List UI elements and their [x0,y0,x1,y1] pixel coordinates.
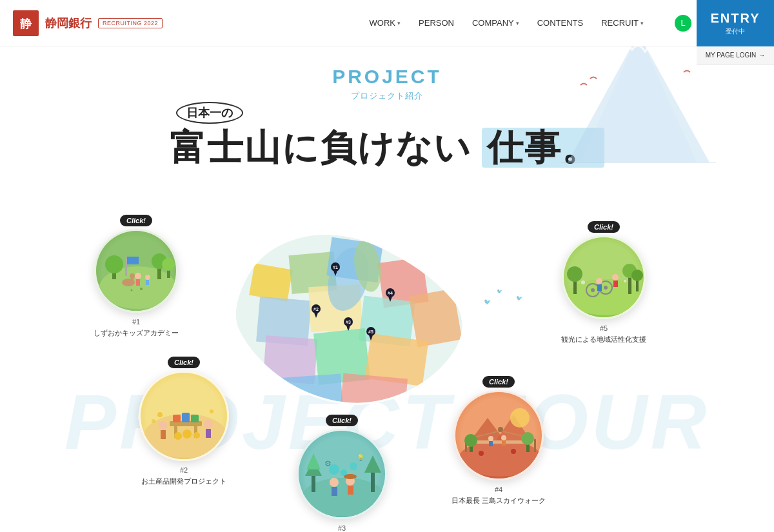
svg-rect-43 [136,279,140,286]
svg-point-99 [521,432,534,445]
svg-rect-18 [276,374,342,411]
svg-rect-74 [371,469,375,492]
svg-point-61 [194,432,200,438]
svg-point-39 [162,258,175,271]
project-label-4: #4 日本最長 三島スカイウォーク [452,484,546,506]
svg-point-48 [130,273,135,279]
svg-point-97 [464,434,477,447]
svg-point-62 [159,421,168,430]
svg-text:#3: #3 [346,320,351,324]
svg-text:静: 静 [20,17,32,30]
svg-point-49 [140,288,143,290]
svg-point-50 [131,290,133,291]
bird-decoration-5: 🐦 [516,295,522,301]
nav-company[interactable]: COMPANY ▾ [472,18,519,28]
svg-rect-120 [597,284,602,291]
nihon-ichi-label: 日本一の [176,102,243,124]
svg-point-108 [567,279,644,315]
project-illustration-2 [139,371,229,461]
project-label-1: #1 しずおかキッズアカデミー [94,317,179,338]
recruiting-badge: RECRUITING 2022 [98,18,163,28]
click-bubble-3: Click! [326,415,358,426]
svg-rect-14 [409,289,462,348]
svg-point-59 [174,432,182,440]
nav-contents[interactable]: CONTENTS [537,18,584,28]
svg-text:#5: #5 [368,330,373,334]
svg-rect-40 [125,257,127,276]
entry-label: ENTRY [710,11,760,26]
svg-rect-19 [341,373,408,411]
svg-point-121 [612,274,619,281]
project-card-2[interactable]: Click! [139,357,229,486]
chevron-down-icon: ▾ [397,20,401,26]
nav-work[interactable]: WORK ▾ [370,18,401,28]
svg-text:💡: 💡 [357,453,365,462]
svg-point-77 [350,462,357,470]
svg-rect-92 [534,439,536,452]
line-icon[interactable]: L [675,15,691,32]
svg-rect-65 [206,429,211,438]
mypage-login[interactable]: MY PAGE LOGIN → [697,46,774,64]
svg-point-42 [135,273,141,279]
project-card-5[interactable]: Click! [561,221,646,344]
project-illustration-5 [562,235,646,319]
nav-recruit[interactable]: RECRUIT ▾ [601,18,644,28]
bank-name: 静岡銀行 [45,15,92,31]
svg-rect-41 [127,257,139,264]
svg-text:#4: #4 [388,291,393,295]
logo-icon: 静 [13,10,39,36]
svg-point-105 [479,451,484,456]
arrow-icon: → [759,52,765,59]
svg-text:#2: #2 [313,307,319,311]
svg-rect-7 [249,263,293,302]
project-illustration-4 [453,390,544,480]
logo[interactable]: 静 静岡銀行 RECRUITING 2022 [13,10,163,36]
click-bubble-2: Click! [168,357,200,368]
svg-point-67 [152,419,155,423]
bird-decoration-4: 🐦 [497,289,502,294]
svg-point-66 [157,412,163,417]
headline-area: 日本一の 富士山に負けない 仕事。 [170,113,604,170]
entry-sub: 受付中 [726,27,745,36]
shizuoka-map: #1 #2 #3 #4 #5 [226,228,471,434]
click-bubble-5: Click! [588,221,620,233]
svg-rect-56 [173,415,181,422]
project-label-3: #3 TECH BEAT Shizuoka [306,523,377,532]
bird-decoration-3: 🐦 [484,299,491,305]
svg-marker-5 [580,46,697,163]
map-area: #1 #2 #3 #4 #5 [0,182,774,532]
click-bubble-4: Click! [482,376,515,388]
svg-point-64 [204,420,213,429]
svg-point-100 [488,436,493,441]
svg-rect-45 [146,280,149,285]
click-bubble-1: Click! [120,215,152,226]
svg-point-35 [105,255,123,273]
svg-rect-80 [332,487,337,496]
svg-rect-122 [613,281,618,287]
project-card-1[interactable]: Click! [94,215,179,338]
svg-point-124 [624,280,626,282]
svg-text:⚙: ⚙ [324,459,332,468]
svg-point-114 [631,270,643,281]
svg-rect-83 [348,486,353,495]
nav-person[interactable]: PERSON [419,18,454,28]
svg-point-95 [498,427,503,432]
project-illustration-1 [94,229,178,313]
chevron-down-icon: ▾ [516,20,519,26]
fuji-illustration [542,46,735,188]
svg-point-82 [344,474,357,479]
svg-point-79 [330,478,339,487]
svg-rect-63 [161,430,166,439]
svg-point-123 [581,281,585,284]
svg-rect-101 [489,441,493,446]
svg-point-119 [596,278,602,284]
svg-marker-73 [306,453,321,469]
svg-point-68 [210,409,213,413]
entry-button[interactable]: ENTRY 受付中 [697,0,774,46]
svg-point-106 [511,449,516,454]
project-card-4[interactable]: Click! [452,376,546,506]
svg-marker-75 [364,455,381,473]
project-card-3[interactable]: Click! [297,415,387,532]
svg-text:#1: #1 [333,265,338,270]
project-label-5: #5 観光による地域活性化支援 [561,323,646,344]
